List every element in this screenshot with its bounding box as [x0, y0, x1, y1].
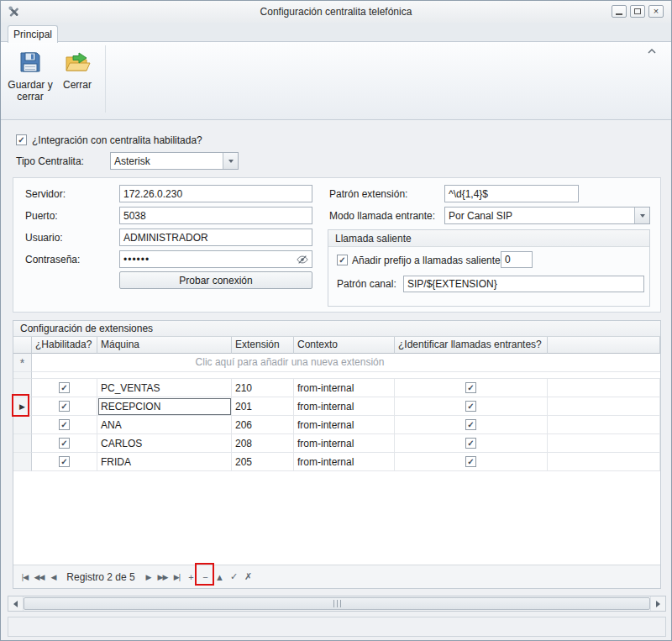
identificar-cell[interactable]: ✓ [395, 453, 548, 471]
modo-llamada-select[interactable]: Por Canal SIP [444, 207, 650, 224]
modo-llamada-label: Modo llamada entrante: [329, 208, 435, 224]
probar-conexion-button[interactable]: Probar conexión [119, 271, 312, 289]
integration-checkbox[interactable]: ✓ [16, 134, 27, 145]
nav-buttons-right: ▶▶▶▶| [142, 573, 183, 581]
maquina-cell[interactable]: FRIDA [97, 453, 232, 471]
prefijo-checkbox[interactable]: ✓ [337, 255, 348, 265]
usuario-input[interactable]: ADMINISTRADOR [119, 229, 312, 246]
extension-cell[interactable]: 210 [232, 379, 294, 397]
new-row-text[interactable]: Clic aquí para añadir una nueva extensió… [32, 354, 548, 372]
contrasena-input[interactable]: •••••• [119, 250, 312, 268]
minimize-icon [616, 13, 622, 15]
grid-new-row[interactable]: * Clic aquí para añadir una nueva extens… [13, 354, 660, 372]
checkbox-checked-icon[interactable]: ✓ [59, 382, 70, 393]
extension-cell[interactable]: 208 [232, 434, 294, 453]
gap-filler [32, 372, 660, 379]
maximize-button[interactable] [630, 5, 645, 18]
contexto-cell[interactable]: from-internal [294, 397, 395, 416]
first-button[interactable]: |◀ [18, 573, 31, 581]
habilitada-cell[interactable]: ✓ [32, 416, 97, 434]
checkbox-checked-icon[interactable]: ✓ [59, 401, 70, 412]
checkbox-checked-icon[interactable]: ✓ [59, 456, 70, 467]
ribbon-collapse-button[interactable] [643, 44, 661, 59]
scroll-right-button[interactable] [650, 596, 665, 611]
scrollbar-thumb[interactable] [24, 597, 650, 610]
maquina-cell[interactable]: ANA [97, 416, 232, 434]
modo-llamada-value: Por Canal SIP [445, 210, 634, 222]
modo-dropdown-button[interactable] [634, 208, 649, 223]
save-and-close-button[interactable]: Guardar y cerrar [8, 45, 53, 114]
eye-off-icon[interactable] [297, 254, 308, 265]
edit-button[interactable]: ▲ [213, 572, 226, 582]
tab-principal[interactable]: Principal [8, 25, 58, 43]
contexto-cell[interactable]: from-internal [294, 379, 395, 397]
column-header-extension[interactable]: Extensión [232, 337, 294, 354]
window-controls: × [612, 5, 664, 18]
annotation-current-row-indicator [12, 394, 29, 417]
checkbox-checked-icon[interactable]: ✓ [465, 419, 476, 430]
contrasena-label: Contraseña: [25, 251, 80, 268]
checkbox-checked-icon[interactable]: ✓ [59, 419, 70, 430]
row-indicator [13, 416, 32, 434]
identificar-cell[interactable]: ✓ [395, 397, 548, 416]
row-indicator [13, 453, 32, 471]
habilitada-cell[interactable]: ✓ [32, 453, 97, 471]
prev-button[interactable]: ◀ [47, 573, 60, 581]
patron-canal-label: Patrón canal: [337, 276, 396, 292]
integration-checkbox-label: ¿Integración con centralita habilitada? [32, 132, 202, 149]
habilitada-cell[interactable]: ✓ [32, 379, 97, 397]
last-button[interactable]: ▶| [171, 573, 183, 581]
habilitada-cell[interactable]: ✓ [32, 434, 97, 453]
prefijo-checkbox-label: Añadir prefijo a llamadas salientes [352, 252, 506, 269]
checkbox-checked-icon[interactable]: ✓ [465, 438, 476, 449]
prefijo-input[interactable]: 0 [501, 251, 533, 268]
llamada-saliente-group: Llamada saliente ✓ Añadir prefijo a llam… [328, 229, 650, 307]
tipo-dropdown-button[interactable] [223, 153, 238, 169]
identificar-cell[interactable]: ✓ [395, 434, 548, 453]
next-button[interactable]: ▶ [142, 573, 155, 581]
maquina-cell[interactable]: CARLOS [97, 434, 232, 453]
identificar-cell[interactable]: ✓ [395, 379, 548, 397]
contexto-cell[interactable]: from-internal [294, 434, 395, 453]
maquina-cell[interactable]: PC_VENTAS [97, 379, 232, 397]
scroll-left-button[interactable] [8, 596, 24, 611]
checkbox-checked-icon[interactable]: ✓ [465, 456, 476, 467]
title-bar[interactable]: Configuración centralita telefónica × [1, 1, 671, 24]
identificar-cell[interactable]: ✓ [395, 416, 548, 434]
prev-page-button[interactable]: ◀◀ [33, 573, 45, 581]
checkbox-checked-icon[interactable]: ✓ [59, 438, 70, 449]
contexto-cell[interactable]: from-internal [294, 416, 395, 434]
extension-row[interactable]: ▶✓RECEPCION201from-internal✓ [13, 397, 660, 416]
next-page-button[interactable]: ▶▶ [156, 573, 169, 581]
column-header-maquina[interactable]: Máquina [97, 337, 232, 354]
column-header-habilitada[interactable]: ¿Habilitada? [32, 337, 97, 354]
extension-row[interactable]: ✓CARLOS208from-internal✓ [13, 434, 660, 453]
column-header-filler [548, 337, 660, 354]
cerrar-button[interactable]: Cerrar [56, 45, 98, 114]
cancel-edit-button[interactable]: ✗ [242, 571, 255, 582]
patron-extension-input[interactable]: ^\d{1,4}$ [444, 185, 579, 202]
column-header-contexto[interactable]: Contexto [294, 337, 395, 354]
tipo-centralita-select[interactable]: Asterisk [110, 152, 239, 170]
extension-row[interactable]: ✓ANA206from-internal✓ [13, 416, 660, 434]
extension-cell[interactable]: 201 [232, 397, 294, 416]
contexto-cell[interactable]: from-internal [294, 453, 395, 471]
grid-gap-row [13, 372, 660, 379]
extension-row[interactable]: ✓PC_VENTAS210from-internal✓ [13, 379, 660, 397]
patron-canal-input[interactable]: SIP/${EXTENSION} [403, 276, 644, 292]
habilitada-cell[interactable]: ✓ [32, 397, 97, 416]
minimize-button[interactable] [612, 5, 627, 18]
servidor-input[interactable]: 172.26.0.230 [119, 185, 312, 202]
maximize-icon [634, 8, 641, 14]
end-edit-button[interactable]: ✓ [228, 571, 240, 582]
puerto-input[interactable]: 5038 [119, 207, 312, 224]
horizontal-scrollbar[interactable] [8, 596, 666, 612]
checkbox-checked-icon[interactable]: ✓ [465, 382, 476, 393]
maquina-cell[interactable]: RECEPCION [97, 397, 232, 416]
extension-cell[interactable]: 206 [232, 416, 294, 434]
checkbox-checked-icon[interactable]: ✓ [465, 401, 476, 412]
extension-row[interactable]: ✓FRIDA205from-internal✓ [13, 453, 660, 471]
column-header-identificar[interactable]: ¿Identificar llamadas entrantes? [395, 337, 548, 354]
extension-cell[interactable]: 205 [232, 453, 294, 471]
close-button[interactable]: × [648, 5, 664, 18]
